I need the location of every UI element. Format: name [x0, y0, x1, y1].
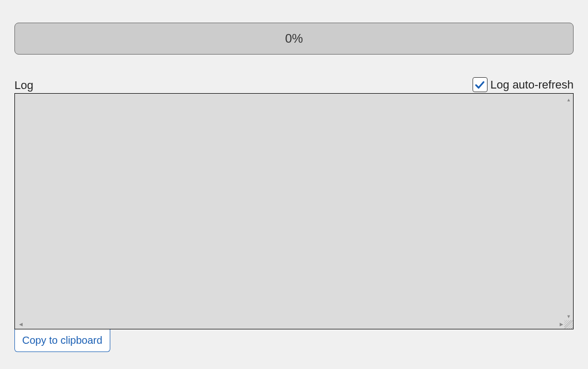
- vertical-scrollbar[interactable]: ▲ ▼: [564, 97, 573, 320]
- log-header: Log Log auto-refresh: [14, 77, 574, 92]
- progress-percent-label: 0%: [285, 31, 303, 46]
- log-content: [18, 97, 564, 320]
- progress-bar: 0%: [14, 23, 574, 55]
- scroll-down-icon: ▼: [566, 314, 571, 319]
- checkmark-icon: [474, 79, 485, 91]
- auto-refresh-checkbox[interactable]: [473, 77, 488, 92]
- log-label: Log: [14, 79, 33, 92]
- auto-refresh-label: Log auto-refresh: [491, 78, 574, 92]
- scroll-right-icon: ▶: [560, 322, 563, 327]
- horizontal-scrollbar[interactable]: ◀ ▶: [18, 320, 564, 329]
- scroll-left-icon: ◀: [19, 322, 23, 327]
- scroll-up-icon: ▲: [566, 98, 571, 102]
- auto-refresh-control[interactable]: Log auto-refresh: [473, 77, 574, 92]
- resize-grip-icon[interactable]: [564, 320, 573, 329]
- log-output[interactable]: ▲ ▼ ◀ ▶: [14, 93, 574, 329]
- copy-to-clipboard-button[interactable]: Copy to clipboard: [14, 329, 110, 352]
